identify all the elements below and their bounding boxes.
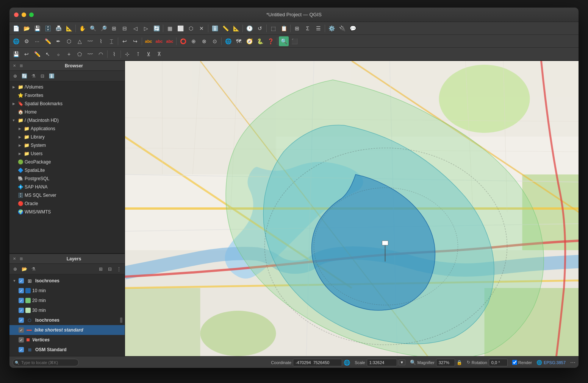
measure-button[interactable]: 📏 bbox=[220, 23, 230, 33]
dig-save-btn[interactable]: 💾 bbox=[11, 49, 21, 59]
dig-poly2-btn[interactable]: ⬠ bbox=[75, 49, 84, 59]
select-rect-button[interactable]: ⬜ bbox=[175, 23, 185, 33]
snap-btn3[interactable]: ⊻ bbox=[144, 49, 153, 59]
vertices-checkbox[interactable]: ✓ bbox=[19, 337, 24, 343]
tree-item-home[interactable]: ▶ 🏠 Home bbox=[9, 108, 125, 116]
zoom-layer-button[interactable]: ⊟ bbox=[120, 23, 130, 33]
select-feature-button[interactable]: ▦ bbox=[165, 23, 175, 33]
time-button[interactable]: 🕐 bbox=[244, 23, 254, 33]
layer-isochrones-group[interactable]: ▼ ✓ ⊞ Isochrones bbox=[9, 276, 125, 286]
settings-button[interactable]: ⚙️ bbox=[327, 23, 336, 33]
tree-item-mssql[interactable]: ▶ 🗄️ MS SQL Server bbox=[9, 191, 125, 199]
isochrones-checkbox[interactable]: ✓ bbox=[19, 318, 24, 323]
tree-item-oracle[interactable]: ▶ 🔴 Oracle bbox=[9, 199, 125, 208]
layer-20min[interactable]: ✓ 20 min bbox=[9, 296, 125, 305]
select-poly-button[interactable]: ⬡ bbox=[186, 23, 196, 33]
dig-line-btn[interactable]: 〰 bbox=[85, 49, 95, 59]
layers-close-btn[interactable]: ✕ bbox=[12, 256, 17, 262]
scale-dropdown[interactable]: ▼ bbox=[399, 360, 405, 365]
tree-item-applications[interactable]: ▶ 📁 Applications bbox=[9, 125, 125, 133]
select2-button[interactable]: ⬚ bbox=[268, 23, 278, 33]
browser-dock-btn[interactable]: ⊞ bbox=[19, 63, 24, 69]
tree-item-system[interactable]: ▶ 📁 System bbox=[9, 141, 125, 149]
label-btn3[interactable]: abc bbox=[165, 36, 175, 46]
layer-isochrones[interactable]: ▶ ✓ ⬡ Isochrones bbox=[9, 315, 125, 325]
print-button[interactable]: 🖨️ bbox=[53, 23, 63, 33]
crs-btn3[interactable]: 🧭 bbox=[244, 36, 254, 46]
zoom-out-button[interactable]: 🔎 bbox=[99, 23, 108, 33]
dig-trace-btn[interactable]: ⌇ bbox=[109, 49, 119, 59]
stats-button[interactable]: Σ bbox=[303, 23, 313, 33]
zoom-extra-btn[interactable]: ⬛ bbox=[289, 36, 299, 46]
layer-osm[interactable]: ▶ ✓ ⊞ OSM Standard bbox=[9, 345, 125, 355]
layer-bike-shortest[interactable]: ▶ ✓ bike shortest standard bbox=[9, 325, 125, 335]
browser-close-btn[interactable]: ✕ bbox=[12, 63, 17, 69]
annot-btn4[interactable]: ⊙ bbox=[210, 36, 220, 46]
attributes-button[interactable]: ⊞ bbox=[292, 23, 302, 33]
snap-btn1[interactable]: ⊹ bbox=[122, 49, 132, 59]
tree-item-macintosh-hd[interactable]: ▼ 📁 / (Macintosh HD) bbox=[9, 116, 125, 125]
browser-filter-btn[interactable]: ⚗ bbox=[29, 72, 38, 80]
browser-refresh-btn[interactable]: 🔄 bbox=[20, 72, 28, 80]
minimize-button[interactable] bbox=[22, 12, 26, 17]
layers-openfile-btn[interactable]: 📂 bbox=[20, 265, 28, 273]
zoom-last-button[interactable]: ◁ bbox=[130, 23, 140, 33]
digitize-btn5[interactable]: 〰 bbox=[85, 36, 95, 46]
zoom-full-button[interactable]: ⊞ bbox=[109, 23, 119, 33]
tree-item-geopackage[interactable]: ▶ 🟢 GeoPackage bbox=[9, 158, 125, 166]
map-area[interactable] bbox=[125, 61, 579, 356]
scale-input[interactable] bbox=[367, 359, 397, 366]
save-project-button[interactable]: 💾 bbox=[32, 23, 42, 33]
compose-button[interactable]: 📐 bbox=[64, 23, 74, 33]
digitize-btn4[interactable]: △ bbox=[75, 36, 84, 46]
dig-roll-btn[interactable]: ↩ bbox=[22, 49, 31, 59]
coordinate-input[interactable] bbox=[293, 359, 342, 366]
tree-item-volumes[interactable]: ▶ 📁 /Volumes bbox=[9, 83, 125, 91]
annot-btn3[interactable]: ⊗ bbox=[199, 36, 209, 46]
label-btn2[interactable]: abc bbox=[154, 36, 164, 46]
layers-collapse-btn[interactable]: ⊟ bbox=[106, 265, 114, 273]
deselect-button[interactable]: ✕ bbox=[197, 23, 206, 33]
plugins-button[interactable]: 🔌 bbox=[337, 23, 347, 33]
digitize-btn2[interactable]: ✒ bbox=[53, 36, 63, 46]
tree-item-spatial-bookmarks[interactable]: ▶ 🔖 Spatial Bookmarks bbox=[9, 100, 125, 108]
tree-item-wms[interactable]: ▶ 🌍 WMS/WMTS bbox=[9, 208, 125, 216]
save-as-button[interactable]: 🗄️ bbox=[43, 23, 53, 33]
form-button[interactable]: 📋 bbox=[279, 23, 289, 33]
layer-30min[interactable]: ✓ 30 min bbox=[9, 305, 125, 315]
magnifier-input[interactable] bbox=[436, 359, 455, 366]
status-more-btn[interactable]: ⋯ bbox=[570, 360, 575, 366]
new-project-button[interactable]: 📄 bbox=[11, 23, 21, 33]
snap-btn4[interactable]: ⊼ bbox=[154, 49, 164, 59]
qgis-btn2[interactable]: ⚙ bbox=[22, 36, 31, 46]
browser-add-btn[interactable]: ⊕ bbox=[11, 72, 19, 80]
layers-options-btn[interactable]: ⋮ bbox=[115, 265, 123, 273]
dig-node-btn[interactable]: ⬦ bbox=[53, 49, 63, 59]
30min-checkbox[interactable]: ✓ bbox=[19, 308, 24, 313]
bike-checkbox[interactable]: ✓ bbox=[19, 327, 24, 333]
browser-properties-btn[interactable]: ℹ️ bbox=[47, 72, 56, 80]
refresh2-button[interactable]: ↺ bbox=[255, 23, 265, 33]
browser-collapse-btn[interactable]: ⊟ bbox=[38, 72, 47, 80]
zoom-locate-btn[interactable]: 🔍 bbox=[279, 36, 289, 46]
dig-curve-btn[interactable]: ◠ bbox=[96, 49, 106, 59]
zoom-next-button[interactable]: ▷ bbox=[141, 23, 151, 33]
digitize-btn6[interactable]: ⌇ bbox=[96, 36, 106, 46]
help2-btn[interactable]: ❓ bbox=[266, 36, 275, 46]
table-button[interactable]: ☰ bbox=[313, 23, 323, 33]
dig-pencil-btn[interactable]: ✏️ bbox=[32, 49, 42, 59]
tree-item-library[interactable]: ▶ 📁 Library bbox=[9, 133, 125, 141]
undo-btn[interactable]: ↩ bbox=[120, 36, 130, 46]
tree-item-users[interactable]: ▶ 📁 Users bbox=[9, 149, 125, 158]
annot-btn2[interactable]: ⊕ bbox=[189, 36, 199, 46]
isochrones-group-checkbox[interactable]: ✓ bbox=[19, 278, 24, 283]
epsg-label[interactable]: EPSG:3857 bbox=[544, 360, 566, 365]
crs-btn1[interactable]: 🌐 bbox=[223, 36, 233, 46]
crs-btn2[interactable]: 🗺 bbox=[234, 36, 244, 46]
digitize-btn7[interactable]: ⌶ bbox=[106, 36, 116, 46]
annot-btn1[interactable]: ⭕ bbox=[178, 36, 188, 46]
tree-item-postgresql[interactable]: ▶ 🐘 PostgreSQL bbox=[9, 174, 125, 183]
help-button[interactable]: 💬 bbox=[348, 23, 358, 33]
render-checkbox[interactable] bbox=[512, 360, 517, 365]
pan-map-button[interactable]: ✋ bbox=[77, 23, 87, 33]
